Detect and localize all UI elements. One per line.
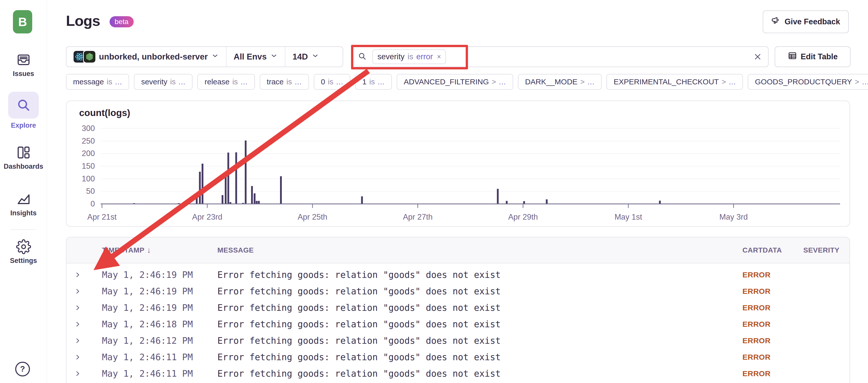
log-timestamp: May 1, 2:46:19 PM	[97, 303, 217, 313]
x-tick-label: Apr 23rd	[192, 212, 222, 221]
log-table-row[interactable]: May 1, 2:46:18 PM Error fetching goods: …	[66, 316, 849, 332]
megaphone-icon	[771, 16, 781, 28]
log-severity-badge: ERROR	[742, 304, 803, 312]
sidebar-item-label: Explore	[0, 121, 47, 130]
filter-suggestion-chip[interactable]: trace is ...	[260, 74, 309, 90]
expand-row-chevron-icon[interactable]	[74, 370, 85, 377]
column-header-cartdata[interactable]: CARTDATA	[742, 246, 803, 254]
log-table-row[interactable]: May 1, 2:46:11 PM Error fetching goods: …	[66, 365, 849, 382]
explore-active-tile	[8, 92, 39, 118]
sidebar-item-issues[interactable]: Issues	[0, 52, 47, 78]
expand-row-chevron-icon[interactable]	[74, 354, 85, 361]
sidebar: B Issues Explore	[0, 0, 47, 383]
y-tick-label: 50	[86, 187, 95, 196]
sidebar-item-insights[interactable]: Insights	[0, 192, 47, 217]
chip-operator: is	[328, 77, 334, 86]
chip-ellipsis: ...	[295, 77, 302, 86]
filter-suggestion-chip[interactable]: EXPERIMENTAL_CHECKOUT > ...	[607, 74, 743, 90]
column-header-timestamp[interactable]: TIMESTAMP ↓	[97, 246, 217, 255]
x-tick-label: Apr 21st	[87, 212, 117, 221]
remove-filter-icon[interactable]: ×	[437, 53, 441, 61]
filter-suggestion-chip[interactable]: 1 is ...	[355, 74, 392, 90]
sidebar-item-explore[interactable]: Explore	[0, 92, 47, 130]
sidebar-item-settings[interactable]: Settings	[0, 239, 47, 265]
chip-ellipsis: ...	[378, 77, 385, 86]
help-icon[interactable]: ?	[15, 362, 30, 376]
org-avatar[interactable]: B	[13, 10, 32, 33]
project-platform-icons	[73, 51, 95, 63]
chart-bar	[236, 152, 237, 204]
table-header-row: TIMESTAMP ↓ MESSAGE CARTDATA SEVERITY	[66, 237, 849, 264]
log-table-row[interactable]: May 1, 2:46:11 PM Error fetching goods: …	[66, 349, 849, 365]
chart-bar	[361, 196, 363, 204]
table-icon	[787, 51, 797, 63]
column-header-severity[interactable]: SEVERITY	[803, 246, 849, 254]
date-range-selector[interactable]: 14D	[285, 47, 326, 67]
chip-ellipsis: ...	[862, 77, 868, 86]
search-filter-chip[interactable]: severity is error ×	[372, 49, 446, 64]
log-severity-badge: ERROR	[742, 337, 803, 345]
log-table-row[interactable]: May 1, 2:46:19 PM Error fetching goods: …	[66, 267, 849, 283]
expand-row-chevron-icon[interactable]	[74, 321, 85, 328]
chip-key: GOODS_PRODUCTQUERY	[755, 77, 852, 86]
project-selector[interactable]: unborked, unborked-server	[66, 47, 226, 67]
log-table-row[interactable]: May 1, 2:46:19 PM Error fetching goods: …	[66, 300, 849, 316]
environment-selector[interactable]: All Envs	[226, 47, 285, 67]
log-severity-badge: ERROR	[742, 287, 803, 295]
chip-ellipsis: ...	[587, 77, 595, 86]
logs-count-chart-panel: count(logs) 050100150200250300Apr 21stAp…	[66, 101, 850, 227]
expand-row-chevron-icon[interactable]	[74, 337, 85, 344]
sort-descending-icon: ↓	[147, 246, 151, 255]
chevron-down-icon	[270, 52, 278, 62]
log-timestamp: May 1, 2:46:11 PM	[97, 352, 217, 362]
search-input[interactable]: severity is error ×	[351, 46, 769, 67]
chip-operator: is	[286, 77, 292, 86]
log-table-row[interactable]: May 1, 2:46:12 PM Error fetching goods: …	[66, 332, 849, 349]
filter-suggestion-chip[interactable]: ADVANCED_FILTERING > ...	[397, 74, 513, 90]
chart-bar	[196, 194, 197, 204]
expand-row-chevron-icon[interactable]	[74, 304, 85, 311]
chip-operator: >	[580, 77, 585, 86]
sidebar-divider	[11, 230, 36, 230]
edit-table-button[interactable]: Edit Table	[775, 46, 850, 67]
logs-table: TIMESTAMP ↓ MESSAGE CARTDATA SEVERITY Ma…	[66, 237, 850, 383]
chart-bar	[199, 172, 200, 204]
filter-suggestion-chip[interactable]: release is ...	[197, 74, 255, 90]
clear-search-icon[interactable]	[753, 53, 762, 61]
insights-chart-icon	[0, 192, 47, 207]
filter-value: error	[416, 52, 433, 61]
give-feedback-button[interactable]: Give Feedback	[763, 10, 849, 33]
expand-row-chevron-icon[interactable]	[74, 271, 85, 278]
inbox-icon	[0, 52, 47, 67]
expand-row-chevron-icon[interactable]	[74, 288, 85, 295]
chip-operator: >	[492, 77, 496, 86]
column-header-message[interactable]: MESSAGE	[217, 246, 742, 254]
filter-suggestion-chip[interactable]: DARK__MODE > ...	[518, 74, 602, 90]
chip-key: severity	[141, 77, 167, 86]
filter-suggestion-chip[interactable]: message is ...	[66, 74, 129, 90]
logs-page: B Issues Explore	[0, 0, 868, 383]
chart-bar	[506, 201, 507, 204]
log-table-row[interactable]: May 1, 2:46:11 PM Error fetching goods: …	[66, 382, 849, 383]
chart-bar	[251, 186, 253, 204]
y-tick-label: 200	[82, 149, 95, 158]
chip-key: EXPERIMENTAL_CHECKOUT	[614, 77, 719, 86]
x-tick-label: Apr 29th	[508, 212, 538, 221]
log-severity-badge: ERROR	[742, 353, 803, 361]
sidebar-item-dashboards[interactable]: Dashboards	[0, 145, 47, 171]
log-severity-badge: ERROR	[742, 369, 803, 378]
chip-key: release	[205, 77, 229, 86]
chart-bar	[245, 141, 247, 204]
filter-suggestion-chip[interactable]: GOODS_PRODUCTQUERY > ...	[748, 74, 868, 90]
chip-ellipsis: ...	[241, 77, 248, 86]
chip-operator: is	[107, 77, 112, 86]
chip-operator: >	[855, 77, 859, 86]
filter-suggestion-chip[interactable]: 0 is ...	[314, 74, 350, 90]
filter-suggestion-chip[interactable]: severity is ...	[134, 74, 192, 90]
y-tick-label: 150	[82, 162, 95, 171]
chip-key: trace	[267, 77, 284, 86]
logs-count-bar-chart[interactable]: 050100150200250300Apr 21stApr 23rdApr 25…	[66, 101, 849, 226]
table-body: May 1, 2:46:19 PM Error fetching goods: …	[66, 264, 849, 383]
log-table-row[interactable]: May 1, 2:46:19 PM Error fetching goods: …	[66, 283, 849, 300]
chart-bar	[202, 164, 204, 204]
